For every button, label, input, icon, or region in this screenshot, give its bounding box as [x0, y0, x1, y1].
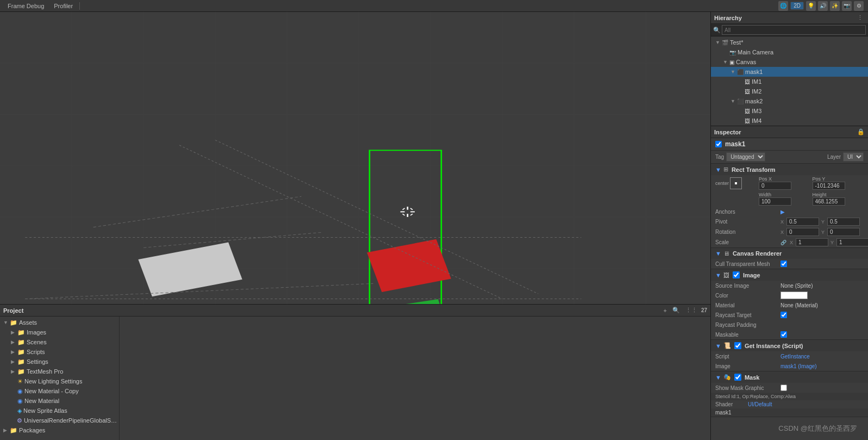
folder-icon: 📁 — [10, 319, 17, 326]
pos-x-group: Pos X — [759, 176, 810, 190]
tree-label: New Material — [24, 398, 59, 404]
tree-item[interactable]: ▶ 📁 Scripts — [0, 347, 119, 357]
layer-dropdown[interactable]: UI — [843, 152, 864, 162]
globe-toolbar-icon[interactable]: 🌐 — [778, 1, 788, 11]
hierarchy-item[interactable]: 🖼 IM4 — [711, 116, 868, 126]
scale-y-input[interactable] — [836, 238, 868, 246]
image-section: ▼ 🖼 Image Source Image None (Sprite) Col… — [711, 269, 868, 340]
hierarchy-label: Test* — [730, 39, 743, 46]
profiler-btn[interactable]: Profiler — [51, 2, 76, 10]
size-row: Width Height — [711, 191, 868, 207]
tree-label: Packages — [19, 427, 45, 433]
maskable-checkbox[interactable] — [780, 331, 787, 338]
hierarchy-item[interactable]: ▼ ⬛ mask1 — [711, 67, 868, 77]
tree-label: New Sprite Atlas — [23, 407, 67, 414]
tree-item[interactable]: ▶ 📁 Scenes — [0, 337, 119, 347]
tree-item[interactable]: ◉ New Material — [0, 396, 119, 406]
canvas-renderer-header[interactable]: ▼ 🖥 Canvas Renderer — [711, 248, 868, 259]
hierarchy-item[interactable]: ▼ ▣ Canvas — [711, 57, 868, 67]
anchors-expand[interactable]: ▶ — [780, 209, 785, 215]
cull-checkbox[interactable] — [780, 261, 787, 267]
color-value — [780, 292, 864, 299]
image-header[interactable]: ▼ 🖼 Image — [711, 269, 868, 281]
tree-item[interactable]: ⚙ UniversalRenderPipelineGlobalSettings — [0, 416, 119, 425]
color-swatch[interactable] — [780, 292, 808, 299]
pos-x-input[interactable] — [759, 182, 791, 190]
mask-preview-row: mask1 — [711, 408, 868, 417]
height-input[interactable] — [813, 197, 845, 206]
pivot-x-label: X — [780, 219, 784, 225]
project-search-btn[interactable]: 🔍 — [671, 306, 682, 314]
audio-toolbar-icon[interactable]: 🔊 — [818, 1, 828, 11]
show-mask-checkbox[interactable] — [780, 385, 787, 391]
get-instance-section: ▼ 📜 Get Instance (Script) Script GetInst… — [711, 340, 868, 371]
lock-icon[interactable]: 🔒 — [857, 128, 865, 135]
hierarchy-label: IM4 — [752, 117, 761, 124]
tree-item[interactable]: ▶ 📁 Images — [0, 327, 119, 337]
rect-transform-section: ▼ ⊞ Rect Transform center — [711, 164, 868, 248]
tree-item[interactable]: ◉ New Material - Copy — [0, 386, 119, 396]
pos-y-group: Pos Y — [813, 176, 864, 190]
rotation-y-input[interactable] — [827, 228, 860, 236]
scale-x-input[interactable] — [796, 238, 828, 246]
raycast-target-checkbox[interactable] — [780, 312, 787, 318]
tree-item[interactable]: ▶ 📁 TextMesh Pro — [0, 367, 119, 376]
effects-toolbar-icon[interactable]: ✨ — [830, 1, 840, 11]
scale-y-label: Y — [830, 240, 834, 245]
project-menu-btn[interactable]: ⋮⋮ — [684, 306, 699, 314]
hierarchy-item[interactable]: 🖼 IM3 — [711, 106, 868, 116]
camera-toolbar-icon[interactable]: 📷 — [842, 1, 852, 11]
rect-transform-title: Rect Transform — [732, 166, 776, 173]
object-active-checkbox[interactable] — [715, 141, 722, 147]
pivot-y-input[interactable] — [827, 218, 860, 226]
hierarchy-icon: ⬛ — [737, 98, 744, 104]
script-value: GetInstance — [780, 354, 864, 360]
folder-icon: 📁 — [17, 358, 25, 365]
source-image-text: None (Sprite) — [780, 283, 813, 289]
hierarchy-item[interactable]: 🖼 IM1 — [711, 77, 868, 86]
scale-row: Scale 🔗 X Y — [711, 237, 868, 247]
rect-transform-header[interactable]: ▼ ⊞ Rect Transform — [711, 164, 868, 175]
hierarchy-item[interactable]: ▼ 🎬 Test* — [711, 38, 868, 47]
hierarchy-add-btn[interactable]: ⋮ — [855, 14, 865, 22]
scene-view[interactable] — [0, 12, 710, 304]
rotation-x-input[interactable] — [786, 228, 819, 236]
pos-y-input[interactable] — [813, 182, 845, 190]
image-comp-icon: 🖼 — [723, 272, 729, 278]
source-image-row: Source Image None (Sprite) — [711, 281, 868, 290]
rect-transform-expand-icon: ▼ — [715, 166, 721, 173]
tree-item[interactable]: ▼ 📁 Assets — [0, 318, 119, 327]
hierarchy-search-row: 🔍 — [711, 24, 868, 36]
hierarchy-header: Hierarchy ⋮ — [711, 12, 868, 24]
width-input[interactable] — [759, 197, 791, 206]
light-toolbar-icon[interactable]: 💡 — [806, 1, 816, 11]
tree-item[interactable]: ▶ 📁 Packages — [0, 425, 119, 435]
pivot-x-input[interactable] — [786, 218, 819, 226]
tree-item[interactable]: ☀ New Lighting Settings — [0, 376, 119, 386]
material-label: Material — [715, 302, 780, 308]
hierarchy-search-icon: 🔍 — [713, 27, 721, 34]
2d-toggle-btn[interactable]: 2D — [790, 2, 804, 10]
gizmos-toolbar-icon[interactable]: ⚙ — [854, 1, 864, 11]
hierarchy-icon: ▣ — [729, 59, 734, 65]
mask-expand: ▼ — [715, 374, 721, 381]
image-enabled-checkbox[interactable] — [733, 271, 740, 278]
tree-item[interactable]: ◈ New Sprite Atlas — [0, 406, 119, 416]
image-title: Image — [743, 272, 760, 278]
tag-dropdown[interactable]: Untagged — [726, 152, 765, 162]
shader-row: Shader UI/Default — [711, 400, 868, 408]
mask-enabled[interactable] — [734, 374, 741, 381]
get-instance-header[interactable]: ▼ 📜 Get Instance (Script) — [711, 340, 868, 351]
frame-debug-btn[interactable]: Frame Debug — [4, 2, 47, 10]
hierarchy-search-input[interactable] — [722, 25, 866, 35]
project-add-btn[interactable]: + — [661, 307, 668, 314]
hierarchy-item[interactable]: 🖼 IM2 — [711, 86, 868, 96]
get-instance-enabled[interactable] — [734, 342, 741, 349]
get-instance-expand: ▼ — [715, 343, 721, 349]
stencil-info: Stencil Id:1, Op:Replace, Comp:Alwa — [711, 393, 868, 400]
script-row: Script GetInstance — [711, 351, 868, 361]
tree-item[interactable]: ▶ 📁 Settings — [0, 357, 119, 367]
hierarchy-item[interactable]: 📷 Main Camera — [711, 47, 868, 57]
hierarchy-item[interactable]: ▼ ⬛ mask2 — [711, 96, 868, 106]
mask-header[interactable]: ▼ 🎭 Mask — [711, 371, 868, 383]
